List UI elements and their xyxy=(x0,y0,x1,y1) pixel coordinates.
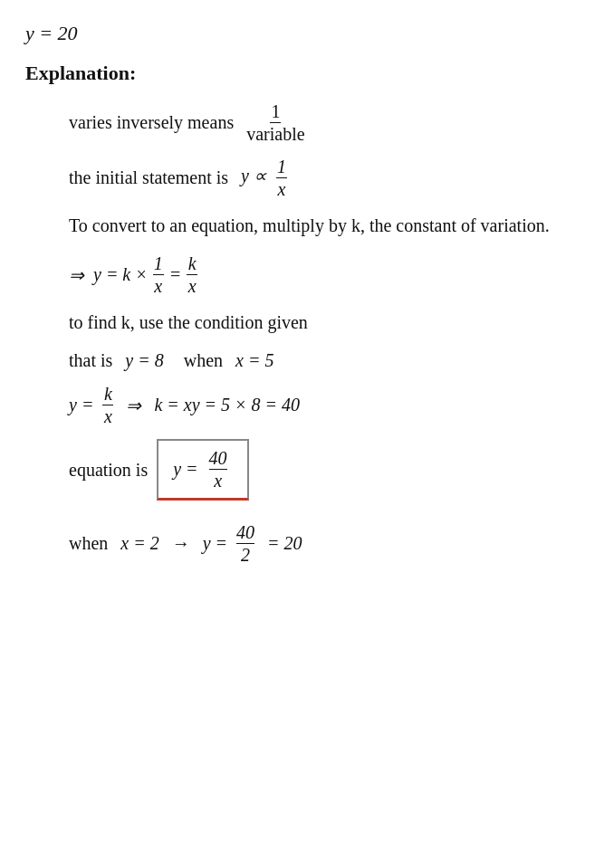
eq-frac2: k x xyxy=(187,253,197,296)
eq-frac1-den: x xyxy=(153,275,164,296)
varies-inversely-fraction: 1 variable xyxy=(246,101,304,144)
explanation-label: Explanation: xyxy=(25,62,589,85)
arrow-symbol: ⇒ xyxy=(69,264,84,286)
equation-box: y = 40 x xyxy=(157,439,248,501)
equation-is-prefix: equation is xyxy=(69,460,148,481)
equation-box-line: equation is y = 40 x xyxy=(69,439,589,501)
condition-y: y = 8 xyxy=(125,350,163,371)
eq-frac1: 1 x xyxy=(153,253,164,296)
condition-line: that is y = 8 when x = 5 xyxy=(69,350,589,371)
final-line: when x = 2 → y = 40 2 = 20 xyxy=(69,522,589,565)
k-calc-frac: k x xyxy=(102,384,113,426)
varies-inversely-line: varies inversely means 1 variable xyxy=(69,101,589,144)
initial-frac-den: x xyxy=(276,178,287,199)
eq-frac2-den: x xyxy=(187,275,197,296)
varies-frac-den: variable xyxy=(246,123,304,144)
equation-expr-line: ⇒ y = k × 1 x = k x xyxy=(69,253,589,296)
k-calc-rest: k = xy = 5 × 8 = 40 xyxy=(154,395,300,415)
box-frac: 40 x xyxy=(209,448,227,491)
k-calc-frac-den: x xyxy=(102,405,113,426)
initial-frac: 1 x xyxy=(276,157,287,199)
find-k-line: to find k, use the condition given xyxy=(69,309,589,336)
proportional-expr: y ∝ xyxy=(241,166,266,186)
box-frac-num: 40 xyxy=(209,448,227,470)
k-calc-line: y = k x ⇒ k = xy = 5 × 8 = 40 xyxy=(69,384,589,426)
box-frac-den: x xyxy=(213,470,224,491)
final-when: when xyxy=(69,533,108,554)
answer-line: y = 20 xyxy=(25,22,589,45)
answer-text: y = 20 xyxy=(25,22,78,44)
initial-statement-line: the initial statement is y ∝ 1 x xyxy=(69,157,589,199)
k-calc-arrow: ⇒ xyxy=(126,395,141,416)
final-frac-den: 2 xyxy=(240,544,251,565)
condition-when: when xyxy=(184,350,223,371)
box-y-eq: y = xyxy=(173,459,197,480)
varies-frac-num: 1 xyxy=(270,101,281,123)
eq-equals: = xyxy=(169,264,182,285)
initial-expr: y ∝ 1 x xyxy=(241,157,287,199)
condition-x: x = 5 xyxy=(235,350,273,371)
final-arrow: → xyxy=(172,533,190,554)
that-is: that is xyxy=(69,350,112,371)
final-y-eq: y = xyxy=(203,533,227,554)
initial-frac-num: 1 xyxy=(276,157,287,178)
k-calc-frac-num: k xyxy=(102,384,113,405)
k-calc-y: y = xyxy=(69,395,93,415)
final-frac: 40 2 xyxy=(236,522,254,565)
convert-para: To convert to an equation, multiply by k… xyxy=(69,212,589,239)
final-x-eq: x = 2 xyxy=(120,533,158,554)
eq-frac2-num: k xyxy=(187,253,197,275)
final-frac-num: 40 xyxy=(236,522,254,544)
initial-prefix: the initial statement is xyxy=(69,167,228,188)
eq-frac1-num: 1 xyxy=(153,253,164,275)
final-eq-20: = 20 xyxy=(267,533,302,554)
varies-inversely-prefix: varies inversely means xyxy=(69,112,234,133)
y-eq-k-times: y = k × xyxy=(93,264,148,285)
